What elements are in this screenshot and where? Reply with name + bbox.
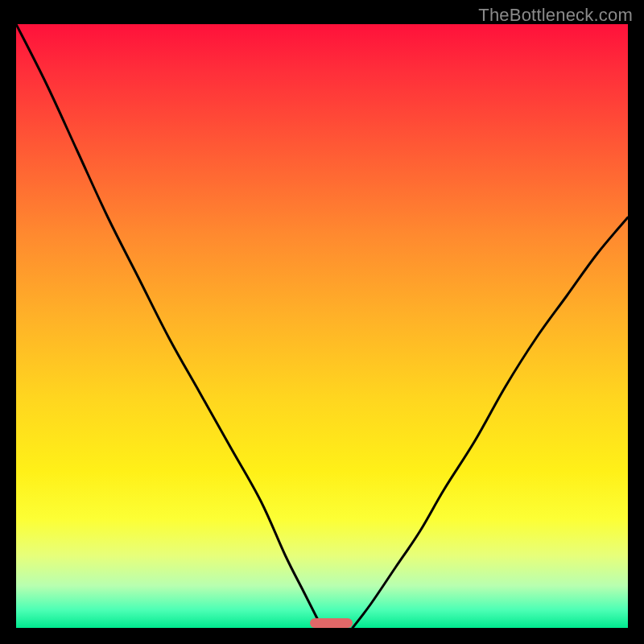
curve-left (16, 24, 322, 628)
plot-area (16, 24, 628, 628)
curve-layer (16, 24, 628, 628)
watermark-text: TheBottleneck.com (478, 5, 633, 26)
chart-frame: TheBottleneck.com (0, 0, 644, 644)
optimal-zone-marker (310, 618, 353, 628)
curve-right (353, 217, 628, 628)
